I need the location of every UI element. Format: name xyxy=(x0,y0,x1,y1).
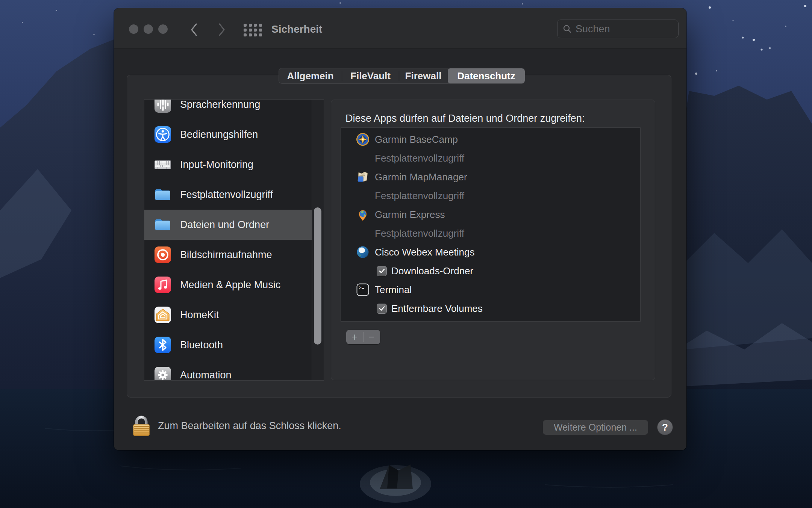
show-all-grid-icon[interactable] xyxy=(244,24,262,36)
chevron-left-icon xyxy=(189,23,198,37)
app-scope-row: Festplattenvollzugriff xyxy=(341,149,640,168)
app-row-garmin-mapmanager[interactable]: Garmin MapManager xyxy=(341,168,640,186)
sidebar-item-bluetooth[interactable]: Bluetooth xyxy=(144,330,312,360)
checkbox-label: Entfernbare Volumes xyxy=(391,303,483,314)
search-icon xyxy=(563,24,572,33)
privacy-category-list: SpracherkennungBedienungshilfenInput-Mon… xyxy=(144,99,324,381)
window-title: Sicherheit xyxy=(271,23,322,35)
checkbox-entfernbare-volumes[interactable] xyxy=(377,304,387,314)
forward-button[interactable] xyxy=(215,22,228,37)
titlebar: Sicherheit Suchen xyxy=(114,8,686,49)
garmin-mapmanager-icon xyxy=(356,170,370,184)
tab-datenschutz[interactable]: Datenschutz xyxy=(448,68,525,83)
tab-filevault[interactable]: FileVault xyxy=(342,68,399,83)
app-row-cisco-webex-meetings[interactable]: Cisco Webex Meetings xyxy=(341,243,640,262)
bluetooth-icon xyxy=(154,336,172,354)
homekit-icon xyxy=(154,306,172,324)
back-button[interactable] xyxy=(188,22,200,37)
app-scope-label: Festplattenvollzugriff xyxy=(375,190,464,202)
app-name: Terminal xyxy=(375,284,412,296)
sidebar-item-dateien-und-ordner[interactable]: Dateien und Ordner xyxy=(144,210,312,240)
sidebar-item-label: Medien & Apple Music xyxy=(180,279,280,291)
close-button[interactable] xyxy=(129,24,138,34)
footer: Zum Bearbeiten auf das Schloss klicken. xyxy=(133,414,341,437)
sidebar-item-label: Automation xyxy=(180,369,232,381)
search-placeholder: Suchen xyxy=(576,23,610,35)
tab-bar: AllgemeinFileVaultFirewallDatenschutz xyxy=(279,68,525,84)
sidebar-item-homekit[interactable]: HomeKit xyxy=(144,300,312,330)
app-scope-row: Festplattenvollzugriff xyxy=(341,186,640,205)
help-button[interactable]: ? xyxy=(657,419,673,435)
app-permission-row: Entfernbare Volumes xyxy=(341,299,640,318)
full-disk-folder-icon xyxy=(154,186,172,204)
lock-hint-text: Zum Bearbeiten auf das Schloss klicken. xyxy=(158,420,341,432)
app-name: Garmin MapManager xyxy=(375,171,467,183)
sidebar-item-label: Spracherkennung xyxy=(180,99,260,110)
zoom-button[interactable] xyxy=(158,24,168,34)
terminal-icon: > xyxy=(356,283,370,296)
sidebar-item-bildschirmaufnahme[interactable]: Bildschirmaufnahme xyxy=(144,240,312,270)
desktop: Sicherheit Suchen AllgemeinFileVaultFire… xyxy=(0,0,812,508)
sidebar-item-label: HomeKit xyxy=(180,309,219,321)
app-name: Cisco Webex Meetings xyxy=(375,246,474,258)
traffic-lights xyxy=(129,24,168,34)
speech-recognition-icon xyxy=(154,99,172,113)
app-permission-row: Downloads-Ordner xyxy=(341,262,640,280)
garmin-express-icon xyxy=(356,208,370,221)
advanced-options-button[interactable]: Weitere Optionen ... xyxy=(543,420,648,435)
checkbox-label: Downloads-Ordner xyxy=(391,265,473,277)
detail-panel: Diese Apps dürfen auf Dateien und Ordner… xyxy=(331,100,655,380)
chevron-right-icon xyxy=(217,23,226,37)
app-access-list: Garmin BaseCampFestplattenvollzugriffGar… xyxy=(341,127,641,322)
accessibility-icon xyxy=(154,125,172,144)
sidebar-item-input-monitoring[interactable]: Input-Monitoring xyxy=(144,150,312,180)
sidebar-item-label: Bedienungshilfen xyxy=(180,129,258,141)
add-app-button[interactable]: + xyxy=(346,330,363,344)
sidebar-item-label: Festplattenvollzugriff xyxy=(180,189,273,201)
app-scope-label: Festplattenvollzugriff xyxy=(375,153,464,164)
sidebar-item-label: Dateien und Ordner xyxy=(180,219,269,231)
remove-app-button[interactable]: − xyxy=(364,330,380,344)
sidebar-item-label: Bluetooth xyxy=(180,339,223,351)
tab-firewall[interactable]: Firewall xyxy=(399,68,447,83)
app-name: Garmin Express xyxy=(375,209,445,221)
svg-text:>: > xyxy=(359,285,361,290)
security-preferences-window: Sicherheit Suchen AllgemeinFileVaultFire… xyxy=(114,8,686,450)
sidebar-scrollbar-thumb[interactable] xyxy=(314,207,321,345)
sidebar-item-label: Input-Monitoring xyxy=(180,159,253,171)
automation-icon xyxy=(154,366,172,381)
sidebar-item-label: Bildschirmaufnahme xyxy=(180,249,272,261)
sidebar-scrollbar-track[interactable] xyxy=(312,100,324,380)
files-folder-icon xyxy=(154,216,172,234)
panel-heading: Diese Apps dürfen auf Dateien und Ordner… xyxy=(345,113,585,124)
minimize-button[interactable] xyxy=(144,24,153,34)
add-remove-control: + − xyxy=(346,330,380,344)
sidebar-item-spracherkennung[interactable]: Spracherkennung xyxy=(144,99,312,119)
app-name: Garmin BaseCamp xyxy=(375,134,458,145)
app-scope-label: Festplattenvollzugriff xyxy=(375,228,464,239)
app-scope-row: Festplattenvollzugriff xyxy=(341,224,640,243)
search-field[interactable]: Suchen xyxy=(557,20,679,38)
webex-icon xyxy=(356,245,370,259)
sidebar-item-bedienungshilfen[interactable]: Bedienungshilfen xyxy=(144,119,312,150)
app-row-garmin-basecamp[interactable]: Garmin BaseCamp xyxy=(341,130,640,149)
sidebar-item-medien-apple-music[interactable]: Medien & Apple Music xyxy=(144,270,312,300)
app-row-terminal[interactable]: >Terminal xyxy=(341,280,640,299)
garmin-basecamp-icon xyxy=(356,133,370,146)
sidebar-item-automation[interactable]: Automation xyxy=(144,360,312,381)
tab-allgemein[interactable]: Allgemein xyxy=(279,68,342,83)
app-row-garmin-express[interactable]: Garmin Express xyxy=(341,205,640,224)
sidebar-item-festplattenvollzugriff[interactable]: Festplattenvollzugriff xyxy=(144,180,312,210)
apple-music-icon xyxy=(154,276,172,294)
screen-recording-icon xyxy=(154,246,172,264)
keyboard-icon xyxy=(154,156,172,174)
lock-icon[interactable] xyxy=(133,414,150,437)
checkbox-downloads-ordner[interactable] xyxy=(377,266,387,276)
